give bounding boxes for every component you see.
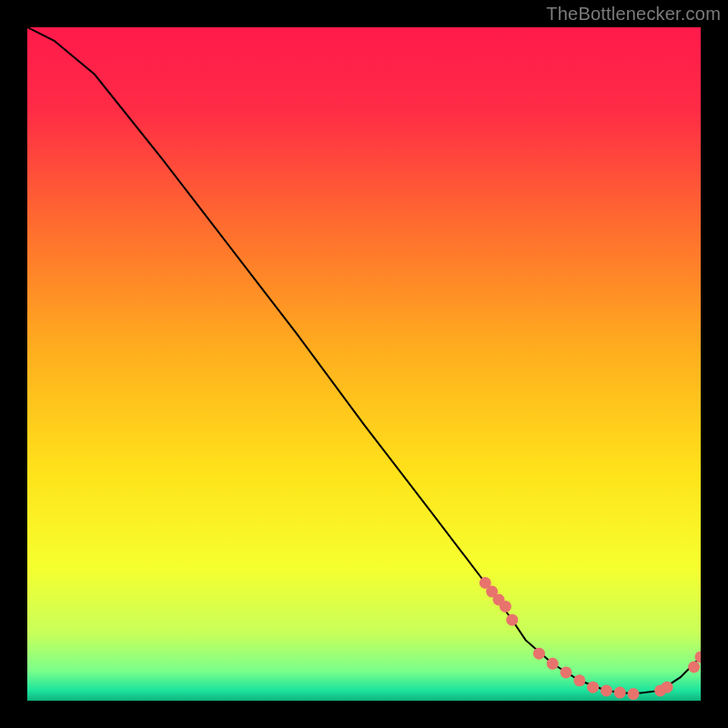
data-point bbox=[587, 682, 599, 693]
plot-area bbox=[27, 27, 701, 701]
data-point bbox=[500, 601, 511, 612]
attribution-label: TheBottlenecker.com bbox=[546, 4, 721, 25]
data-point bbox=[614, 687, 626, 699]
data-point bbox=[688, 662, 700, 673]
chart-frame: TheBottlenecker.com bbox=[0, 0, 728, 728]
gradient-background bbox=[27, 27, 701, 701]
data-point bbox=[533, 648, 545, 660]
data-point bbox=[573, 674, 585, 686]
data-point bbox=[662, 682, 673, 693]
data-point bbox=[601, 684, 612, 696]
data-point bbox=[506, 614, 518, 626]
data-point bbox=[628, 688, 640, 700]
data-point bbox=[561, 666, 572, 678]
data-point bbox=[547, 658, 559, 670]
bottleneck-curve-chart bbox=[27, 27, 701, 701]
